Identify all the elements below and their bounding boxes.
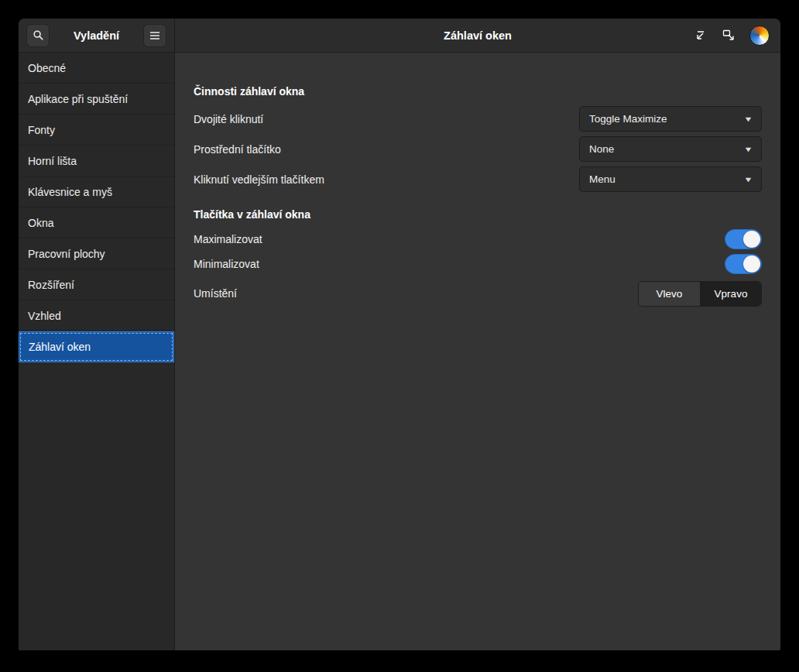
- section-heading-actions: Činnosti záhlaví okna: [194, 84, 762, 99]
- placement-left-button[interactable]: Vlevo: [639, 282, 700, 306]
- hamburger-menu-icon: [149, 31, 160, 40]
- app-title: Vyladění: [74, 29, 119, 42]
- setting-label: Dvojité kliknutí: [194, 113, 263, 125]
- sidebar: Obecné Aplikace při spuštění Fonty Horní…: [19, 53, 175, 650]
- pointer-arrow-icon[interactable]: [694, 29, 708, 43]
- headerbar-right: Záhlaví oken: [175, 19, 780, 52]
- placement-right-button[interactable]: Vpravo: [700, 282, 761, 306]
- setting-row-double-click: Dvojité kliknutí Toggle Maximize ▼: [194, 104, 762, 134]
- sidebar-item-rozsireni[interactable]: Rozšíření: [19, 269, 174, 300]
- sidebar-item-vzhled[interactable]: Vzhled: [19, 300, 174, 331]
- dropdown-selected-value: Toggle Maximize: [589, 113, 667, 125]
- setting-label: Minimalizovat: [194, 258, 259, 270]
- dropdown-selected-value: None: [589, 143, 614, 155]
- setting-row-minimize: Minimalizovat: [194, 252, 762, 276]
- user-avatar-icon[interactable]: [749, 26, 770, 46]
- header-status-area: [694, 19, 770, 52]
- sidebar-item-obecne[interactable]: Obecné: [19, 53, 174, 84]
- search-button[interactable]: [26, 24, 50, 47]
- setting-label: Maximalizovat: [194, 233, 262, 245]
- dropdown-selected-value: Menu: [589, 173, 616, 185]
- middle-click-dropdown[interactable]: None ▼: [579, 136, 762, 162]
- setting-row-maximize: Maximalizovat: [194, 227, 762, 252]
- switch-knob: [743, 231, 760, 248]
- switch-knob: [743, 255, 760, 273]
- page-title: Záhlaví oken: [444, 29, 512, 42]
- section-heading-buttons: Tlačítka v záhlaví okna: [194, 207, 762, 222]
- placement-segmented-control: Vlevo Vpravo: [638, 281, 762, 307]
- content-pane: Činnosti záhlaví okna Dvojité kliknutí T…: [175, 53, 780, 650]
- setting-label: Kliknutí vedlejším tlačítkem: [194, 173, 324, 186]
- screen-cast-icon[interactable]: [722, 29, 736, 43]
- sidebar-item-okna[interactable]: Okna: [19, 207, 174, 238]
- setting-row-placement: Umístění Vlevo Vpravo: [194, 276, 762, 310]
- minimize-switch[interactable]: [725, 254, 762, 274]
- window-body: Obecné Aplikace při spuštění Fonty Horní…: [19, 53, 780, 650]
- sidebar-item-pracovni-plochy[interactable]: Pracovní plochy: [19, 238, 174, 269]
- sidebar-item-klavesnice-a-mys[interactable]: Klávesnice a myš: [19, 177, 174, 207]
- chevron-down-icon: ▼: [743, 146, 753, 153]
- sidebar-item-aplikace-pri-spusteni[interactable]: Aplikace při spuštění: [19, 84, 174, 115]
- secondary-click-dropdown[interactable]: Menu ▼: [579, 166, 762, 192]
- setting-row-middle-click: Prostřední tlačítko None ▼: [194, 134, 762, 164]
- setting-label: Prostřední tlačítko: [194, 143, 281, 156]
- sidebar-item-zahlavi-oken[interactable]: Záhlaví oken: [19, 331, 174, 362]
- headerbar-left: Vyladění: [19, 19, 175, 52]
- tweaks-window: Vyladění Záhlaví oken: [19, 19, 780, 650]
- sidebar-item-horni-lista[interactable]: Horní lišta: [19, 146, 174, 177]
- chevron-down-icon: ▼: [743, 176, 753, 183]
- double-click-dropdown[interactable]: Toggle Maximize ▼: [579, 106, 762, 132]
- headerbar: Vyladění Záhlaví oken: [19, 19, 780, 53]
- setting-label: Umístění: [194, 287, 237, 300]
- menu-button[interactable]: [143, 24, 166, 47]
- chevron-down-icon: ▼: [743, 115, 753, 123]
- search-icon: [33, 29, 44, 41]
- maximize-switch[interactable]: [725, 229, 762, 249]
- setting-row-secondary-click: Kliknutí vedlejším tlačítkem Menu ▼: [194, 164, 762, 194]
- sidebar-item-fonty[interactable]: Fonty: [19, 115, 174, 146]
